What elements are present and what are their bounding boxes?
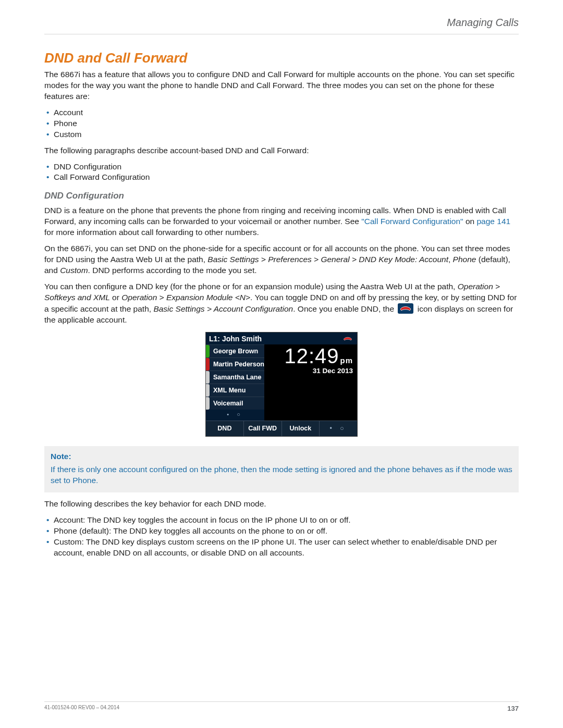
section-heading: DND and Call Forward: [44, 49, 519, 67]
list-item: Custom: [54, 129, 519, 140]
key-label: Voicemail: [213, 400, 243, 407]
ui-path: Basic Settings > Preferences > General >…: [207, 255, 448, 264]
status-tab-icon: [206, 345, 210, 357]
text: You can then configure a DND key (for th…: [44, 282, 458, 291]
ui-path: Operation > Expansion Module <N>: [121, 293, 250, 302]
ui-path: Basic Settings > Account Configuration: [153, 304, 293, 313]
body-paragraph: The following describes the key behavior…: [44, 499, 519, 510]
ui-path: Custom: [60, 266, 88, 275]
clock-time: 12:49pm: [264, 346, 353, 366]
status-tab-icon: [206, 397, 210, 410]
list-item: Phone (default): The DND key toggles all…: [54, 526, 519, 537]
text: . Once you enable DND, the: [293, 304, 396, 313]
softkey-callfwd: Call FWD: [244, 421, 282, 436]
note-heading: Note:: [51, 451, 512, 462]
text: for more information about call forwardi…: [44, 228, 259, 237]
list-item: Account: The DND key toggles the account…: [54, 515, 519, 526]
text: ,: [448, 255, 453, 264]
phone-softkey-row: Martin Pederson: [206, 357, 264, 371]
behavior-list: Account: The DND key toggles the account…: [44, 515, 519, 559]
list-item: DND Configuration: [54, 162, 519, 172]
body-paragraph: On the 6867i, you can set DND on the pho…: [44, 243, 519, 276]
list-item: Custom: The DND key displays custom scre…: [54, 537, 519, 559]
list-item: Phone: [54, 118, 519, 129]
key-label: XML Menu: [213, 387, 246, 394]
subsection-heading: DND Configuration: [44, 190, 519, 202]
text: . DND performs according to the mode you…: [88, 266, 257, 275]
page-dots: • ○: [206, 410, 264, 421]
key-label: Martin Pederson: [213, 361, 264, 368]
intro-paragraph-2: The following paragraphs describe accoun…: [44, 145, 519, 156]
note-body: If there is only one account configured …: [51, 464, 512, 486]
softkey-page-dots: • ○: [320, 421, 357, 436]
text: on: [463, 217, 477, 226]
dnd-status-icon: [342, 335, 353, 342]
intro-paragraph: The 6867i has a feature that allows you …: [44, 69, 519, 102]
doc-number: 41-001524-00 REV00 – 04.2014: [44, 704, 119, 713]
ampm: pm: [340, 356, 353, 365]
modes-list: Account Phone Custom: [44, 107, 519, 140]
phone-screenshot: L1: John Smith George Brown Martin Peder…: [205, 332, 358, 437]
body-paragraph: You can then configure a DND key (for th…: [44, 281, 519, 326]
phone-line-label: L1: John Smith: [209, 334, 262, 344]
key-label: George Brown: [213, 348, 258, 355]
body-paragraph: DND is a feature on the phone that preve…: [44, 205, 519, 238]
status-tab-icon: [206, 371, 210, 384]
softkey-dnd: DND: [206, 421, 244, 436]
note-box: Note: If there is only one account confi…: [44, 446, 519, 492]
key-label: Samantha Lane: [213, 374, 261, 381]
softkey-unlock: Unlock: [282, 421, 320, 436]
phone-softkey-row: Voicemail: [206, 397, 264, 410]
page-number: 137: [507, 704, 519, 713]
config-list: DND Configuration Call Forward Configura…: [44, 162, 519, 183]
status-tab-icon: [206, 358, 210, 371]
phone-softkey-row: XML Menu: [206, 384, 264, 397]
running-header: Managing Calls: [44, 16, 519, 34]
status-tab-icon: [206, 384, 210, 397]
list-item: Account: [54, 107, 519, 118]
text: or: [110, 293, 121, 302]
list-item: Call Forward Configuration: [54, 172, 519, 183]
ui-path: Phone: [453, 255, 476, 264]
phone-softkey-row: George Brown: [206, 344, 264, 357]
dnd-handset-icon: [398, 303, 413, 314]
clock-date: 31 Dec 2013: [264, 366, 353, 376]
page-footer: 41-001524-00 REV00 – 04.2014 137: [44, 701, 519, 713]
page-ref: page 141: [476, 217, 510, 226]
xref-link: "Call Forward Configuration": [361, 217, 463, 226]
phone-softkey-row: Samantha Lane: [206, 371, 264, 384]
